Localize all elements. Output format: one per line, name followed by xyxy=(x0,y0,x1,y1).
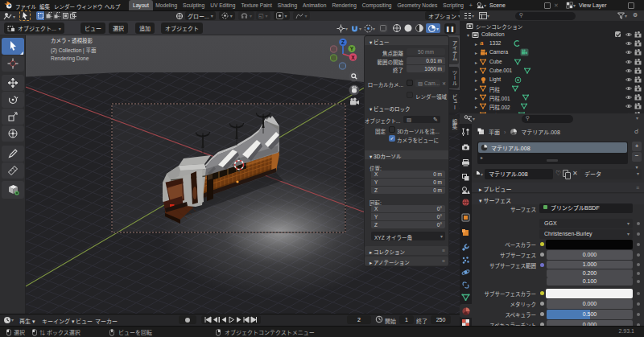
svg-text:X: X xyxy=(351,55,355,60)
svg-text:Y: Y xyxy=(350,46,354,51)
svg-text:Z: Z xyxy=(341,39,345,45)
